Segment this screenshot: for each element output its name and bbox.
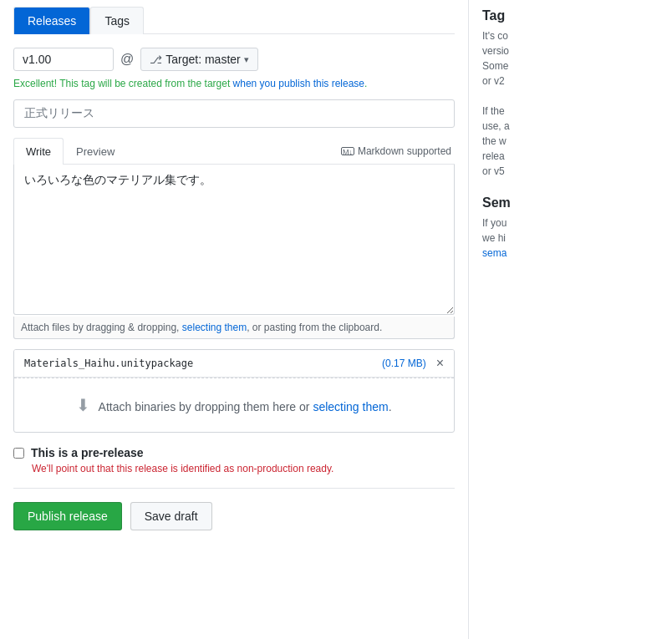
action-buttons: Publish release Save draft — [13, 502, 455, 530]
markdown-icon: M↓ — [341, 147, 354, 155]
markdown-label: Markdown supported — [358, 145, 451, 157]
tab-releases[interactable]: Releases — [13, 7, 90, 34]
save-draft-button[interactable]: Save draft — [130, 502, 212, 530]
chevron-down-icon: ▾ — [244, 54, 249, 65]
file-size: (0.17 MB) — [382, 358, 426, 369]
publish-link[interactable]: when you publish this release — [233, 78, 364, 89]
select-binaries-link[interactable]: selecting them — [313, 400, 388, 413]
tag-row: @ ⎇ Target: master ▾ — [13, 48, 455, 71]
description-textarea[interactable]: いろいろな色のマテリアル集です。 — [13, 165, 455, 315]
at-symbol: @ — [120, 52, 134, 67]
attach-message: Attach files by dragging & dropping, sel… — [13, 317, 455, 339]
prerelease-checkbox[interactable] — [13, 448, 24, 459]
sidebar-sem-section: Sem If you we hi sema — [482, 195, 639, 261]
select-files-link[interactable]: selecting them — [182, 322, 247, 333]
drop-zone: ⬇ Attach binaries by dropping them here … — [14, 378, 454, 432]
sidebar-sem-text: If you we hi sema — [482, 216, 639, 261]
publish-release-button[interactable]: Publish release — [13, 502, 122, 530]
file-name: Materials_Haihu.unitypackage — [24, 358, 382, 369]
editor-tab-bar: Write Preview M↓ Markdown supported — [13, 138, 455, 165]
tab-preview[interactable]: Preview — [64, 138, 127, 165]
sidebar-tag-section: Tag It's co versio Some or v2 If the use… — [482, 8, 639, 179]
tab-write[interactable]: Write — [13, 138, 64, 165]
tag-input[interactable] — [13, 48, 114, 71]
semantic-versioning-link[interactable]: sema — [482, 247, 507, 259]
file-remove-button[interactable]: × — [436, 357, 444, 370]
drop-arrow-icon: ⬇ — [76, 395, 90, 415]
sidebar: Tag It's co versio Some or v2 If the use… — [468, 0, 652, 639]
release-title-input[interactable] — [13, 99, 455, 128]
target-label: Target: master — [165, 53, 240, 66]
prerelease-description: We'll point out that this release is ide… — [32, 463, 455, 474]
markdown-badge: M↓ Markdown supported — [341, 145, 455, 157]
attached-file-row: Materials_Haihu.unitypackage (0.17 MB) × — [14, 350, 454, 378]
sidebar-tag-text: It's co versio Some or v2 If the use, a … — [482, 28, 639, 179]
success-message: Excellent! This tag will be created from… — [13, 78, 455, 89]
tab-tags[interactable]: Tags — [90, 7, 144, 34]
files-section: Materials_Haihu.unitypackage (0.17 MB) ×… — [13, 349, 455, 433]
prerelease-label-text: This is a pre-release — [31, 446, 144, 459]
sidebar-sem-title: Sem — [482, 195, 639, 210]
prerelease-label[interactable]: This is a pre-release — [13, 446, 455, 459]
sidebar-tag-title: Tag — [482, 8, 639, 23]
branch-icon: ⎇ — [150, 53, 162, 66]
target-branch-button[interactable]: ⎇ Target: master ▾ — [140, 48, 257, 71]
prerelease-section: This is a pre-release We'll point out th… — [13, 446, 455, 489]
top-tab-bar: Releases Tags — [13, 0, 455, 34]
